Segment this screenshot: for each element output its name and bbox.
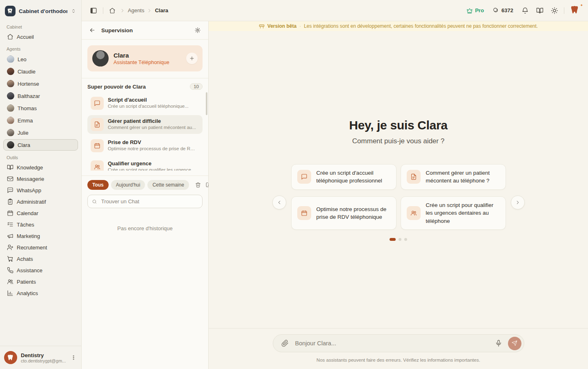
sidebar-item-messagerie[interactable]: Messagerie [3,173,78,184]
message-square-icon [297,170,311,184]
divider [564,7,564,14]
phone-icon [7,267,13,273]
mic-button[interactable] [493,338,504,349]
sidebar-item-recrutement[interactable]: Recrutement [3,242,78,253]
filter-chip-cette-semaine[interactable]: Cette semaine [147,180,189,190]
sidebar: Cabinet d'orthodon... Cabinet Accueil Ag… [0,0,82,369]
sidebar-item-calendar[interactable]: Calendar [3,208,78,218]
agent-name: Emma [18,118,33,124]
main-region: Agents Clara Pro 6372 ✦ Supervision [82,0,588,369]
file-text-icon [407,170,421,184]
agent-avatar [7,80,14,87]
composer-bar[interactable] [273,334,524,352]
sidebar-item-agent-emma[interactable]: Emma [3,115,78,126]
carousel-prev-button[interactable] [272,196,286,209]
sidebar-item-agent-claudie[interactable]: Claudie [3,66,78,77]
carousel-dot-2[interactable] [399,238,401,241]
delete-history-button[interactable] [194,181,202,189]
docs-button[interactable] [535,5,545,16]
sidebar-item-administratif[interactable]: Administratif [3,196,78,207]
agent-card[interactable]: Clara Assistante Téléphonique [87,45,203,71]
tool-label: Recrutement [17,245,47,251]
sidebar-item-knowledge[interactable]: Knowledge [3,162,78,173]
superpowers-list: Script d'accueil Crée un script d'accuei… [87,94,203,171]
sidebar-item-agent-balthazar[interactable]: Balthazar [3,90,78,102]
empty-history-text: Pas encore d'historique [82,225,208,231]
app-logo-button[interactable]: ✦ [568,4,581,17]
sidebar-item-agent-hortense[interactable]: Hortense [3,78,78,89]
suggestion-card-script-accueil[interactable]: Crée un script d'accueil téléphonique pr… [291,164,396,190]
superpower-desc: Crée un script d'accueil téléphonique... [108,104,189,109]
suggestion-card-patient-mecontent[interactable]: Comment gérer un patient mécontent au té… [401,164,506,190]
new-chat-button[interactable] [186,53,198,64]
carousel-dot-1[interactable] [390,238,396,241]
sparkle-icon: ✦ [580,3,583,7]
sidebar-item-achats[interactable]: Achats [3,253,78,264]
search-box[interactable] [87,195,203,208]
sidebar-item-label: Accueil [17,34,34,40]
theme-toggle-button[interactable] [549,5,560,16]
agent-name: Leo [18,56,27,62]
superpower-title: Script d'accueil [108,97,189,103]
carousel-dot-3[interactable] [404,238,407,241]
agent-avatar [7,141,14,149]
sidebar-item-agent-leo[interactable]: Leo [3,53,78,65]
tooth-icon [7,8,13,14]
filter-chip-tous[interactable]: Tous [87,180,109,190]
beta-badge-label: Version bêta [267,23,296,29]
sidebar-item-analytics[interactable]: Analytics [3,288,78,298]
attach-button[interactable] [280,338,290,349]
message-input[interactable] [294,340,489,347]
user-plus-icon [7,244,13,251]
kebab-menu-icon[interactable] [70,354,77,361]
agent-avatar [7,129,14,136]
send-icon [512,340,517,346]
sidebar-item-agent-thomas[interactable]: Thomas [3,102,78,114]
calendar-icon [297,206,311,220]
agent-name: Claudie [18,69,36,75]
clipboard-icon [7,198,13,205]
sidebar-item-whatsapp[interactable]: WhatsApp [3,185,78,196]
carousel-next-button[interactable] [511,196,525,209]
search-input[interactable] [100,198,198,205]
sidebar-item-taches[interactable]: Tâches [3,219,78,230]
send-button[interactable] [508,337,521,350]
section-label-outils: Outils [0,151,81,162]
agent-avatar [7,56,14,63]
superpower-item-prise-rdv[interactable]: Prise de RDV Optimise notre processus de… [87,136,203,155]
chevron-right-icon [147,8,152,13]
filter-chip-aujourdhui[interactable]: Aujourd'hui [111,180,145,190]
sidebar-item-marketing[interactable]: Marketing [3,231,78,241]
suggestion-card-prise-rdv[interactable]: Optimise notre processus de prise de RDV… [291,196,396,230]
section-label-agents: Agents [0,42,81,53]
sidebar-toggle-button[interactable] [88,5,99,16]
back-button[interactable] [87,25,97,35]
home-icon [7,33,13,40]
users-icon [7,278,13,285]
sidebar-item-assistance[interactable]: Assistance [3,265,78,276]
superpower-item-qualifier-urgence[interactable]: Qualifier urgence Crée un script pour qu… [87,158,203,171]
workspace-switcher[interactable]: Cabinet d'orthodon... [0,0,81,20]
credits-counter[interactable]: 6372 [490,6,516,16]
settings-button[interactable] [193,25,203,35]
sidebar-item-patients[interactable]: Patients [3,276,78,287]
tooth-icon [570,5,580,15]
sun-icon [551,7,558,14]
suggestion-card-urgences[interactable]: Crée un script pour qualifier les urgenc… [401,196,506,230]
panel-header: Supervision [82,21,208,40]
breadcrumb-item-agents[interactable]: Agents [128,7,144,13]
notifications-button[interactable] [520,5,530,16]
sidebar-item-agent-clara[interactable]: Clara [3,139,78,151]
bell-icon [521,7,529,14]
sidebar-item-agent-julie[interactable]: Julie [3,127,78,138]
superpower-item-script-accueil[interactable]: Script d'accueil Crée un script d'accuei… [87,94,203,113]
sidebar-item-accueil[interactable]: Accueil [3,31,78,42]
bar-chart-icon [7,290,13,296]
superpower-item-gerer-patient[interactable]: Gérer patient difficile Comment gérer un… [87,115,203,134]
pro-plan-badge[interactable]: Pro [464,6,486,16]
scrollbar[interactable] [206,92,207,115]
user-account[interactable]: Dentistry cto.dentistrygpt@gm... [0,346,81,369]
chevrons-up-down-icon [71,8,76,14]
users-icon [407,206,421,220]
breadcrumb-home-button[interactable] [107,6,117,16]
